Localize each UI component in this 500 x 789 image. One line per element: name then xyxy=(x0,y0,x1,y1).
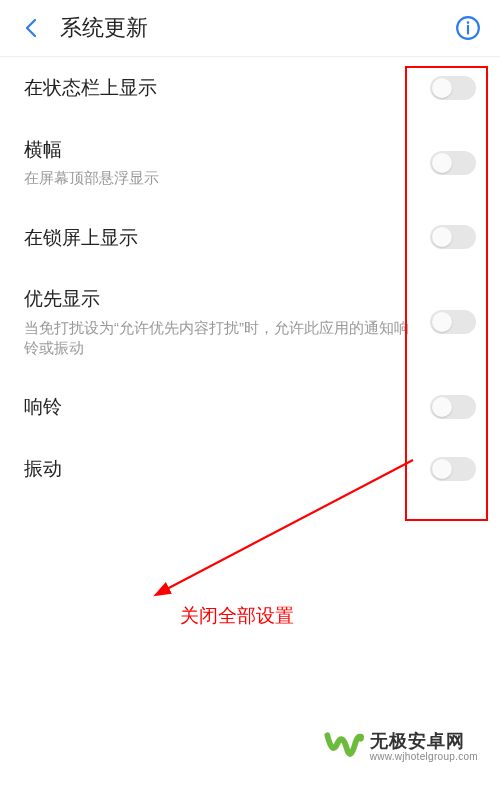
back-arrow-icon xyxy=(20,16,44,40)
item-title: 在锁屏上显示 xyxy=(24,225,410,251)
info-icon xyxy=(455,15,481,41)
annotation-label: 关闭全部设置 xyxy=(180,603,294,629)
header-bar: 系统更新 xyxy=(0,0,500,56)
svg-point-4 xyxy=(357,734,364,741)
svg-point-2 xyxy=(467,21,470,24)
item-subtitle: 在屏幕顶部悬浮显示 xyxy=(24,168,410,188)
item-lockscreen[interactable]: 在锁屏上显示 xyxy=(0,207,500,269)
toggle-status-bar[interactable] xyxy=(430,76,476,100)
toggle-banner[interactable] xyxy=(430,151,476,175)
toggle-vibrate[interactable] xyxy=(430,457,476,481)
item-text: 在锁屏上显示 xyxy=(24,225,430,251)
info-button[interactable] xyxy=(452,12,484,44)
footer-brand: 无极安卓网 www.wjhotelgroup.com xyxy=(324,727,478,767)
item-title: 响铃 xyxy=(24,394,410,420)
toggle-ring[interactable] xyxy=(430,395,476,419)
item-text: 响铃 xyxy=(24,394,430,420)
item-vibrate[interactable]: 振动 xyxy=(0,438,500,500)
item-subtitle: 当免打扰设为“允许优先内容打扰”时，允许此应用的通知响铃或振动 xyxy=(24,318,410,359)
item-text: 振动 xyxy=(24,456,430,482)
page-title: 系统更新 xyxy=(60,13,452,43)
item-banner[interactable]: 横幅 在屏幕顶部悬浮显示 xyxy=(0,119,500,207)
toggle-priority[interactable] xyxy=(430,310,476,334)
item-title: 优先显示 xyxy=(24,286,410,312)
settings-list: 在状态栏上显示 横幅 在屏幕顶部悬浮显示 在锁屏上显示 优先显示 当免打扰设为“… xyxy=(0,57,500,500)
item-ring[interactable]: 响铃 xyxy=(0,376,500,438)
item-title: 振动 xyxy=(24,456,410,482)
item-status-bar[interactable]: 在状态栏上显示 xyxy=(0,57,500,119)
brand-logo-icon xyxy=(324,727,364,767)
item-priority[interactable]: 优先显示 当免打扰设为“允许优先内容打扰”时，允许此应用的通知响铃或振动 xyxy=(0,268,500,376)
brand-text: 无极安卓网 www.wjhotelgroup.com xyxy=(370,732,478,763)
item-title: 在状态栏上显示 xyxy=(24,75,410,101)
brand-name-cn: 无极安卓网 xyxy=(370,732,478,752)
item-title: 横幅 xyxy=(24,137,410,163)
brand-name-en: www.wjhotelgroup.com xyxy=(370,751,478,762)
item-text: 在状态栏上显示 xyxy=(24,75,430,101)
toggle-lockscreen[interactable] xyxy=(430,225,476,249)
item-text: 优先显示 当免打扰设为“允许优先内容打扰”时，允许此应用的通知响铃或振动 xyxy=(24,286,430,358)
item-text: 横幅 在屏幕顶部悬浮显示 xyxy=(24,137,430,189)
back-button[interactable] xyxy=(16,12,48,44)
